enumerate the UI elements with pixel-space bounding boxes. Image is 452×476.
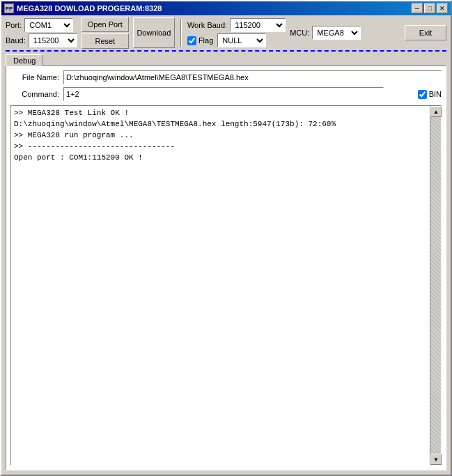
- work-baud-select[interactable]: 115200: [230, 18, 286, 32]
- content-area: File Name: Command: BIN >> MEGA328 Test …: [6, 66, 446, 470]
- debug-tab[interactable]: Debug: [6, 54, 43, 66]
- port-group: Port: COM1 Baud: 115200: [6, 18, 77, 47]
- app-icon: PP: [4, 3, 14, 13]
- output-area: >> MEGA328 Test Link OK !D:\zhuoqing\win…: [11, 106, 430, 465]
- debug-tab-label: Debug: [13, 56, 36, 65]
- title-bar: PP MEGA328 DOWLOAD PROGERAM:8328 ─ □ ✕: [1, 1, 451, 15]
- output-line: >> MEGA328 run program ...: [14, 130, 427, 141]
- separator: [180, 19, 182, 47]
- port-select[interactable]: COM1: [24, 18, 73, 32]
- bottom-margin: [1, 470, 451, 475]
- file-name-label: File Name:: [10, 73, 59, 82]
- baud-label: Baud:: [6, 36, 26, 45]
- close-button[interactable]: ✕: [437, 3, 448, 13]
- output-line: >> --------------------------------: [14, 141, 427, 152]
- command-input[interactable]: [63, 87, 384, 101]
- mcu-group: MCU: MEGA8: [290, 26, 361, 40]
- bin-checkbox-label[interactable]: BIN: [418, 90, 442, 99]
- output-wrapper: >> MEGA328 Test Link OK !D:\zhuoqing\win…: [10, 105, 442, 466]
- flag-checkbox-label[interactable]: Flag: [187, 36, 213, 45]
- scroll-down-button[interactable]: ▼: [430, 454, 442, 465]
- command-row: Command: BIN: [10, 87, 442, 101]
- work-baud-group: Work Baud: 115200 Flag NULL: [187, 18, 286, 47]
- scroll-track[interactable]: [430, 117, 441, 454]
- work-baud-label: Work Baud:: [187, 21, 227, 29]
- output-line: Open port : COM1:115200 OK !: [14, 152, 427, 163]
- flag-label: Flag: [198, 36, 213, 45]
- mcu-label: MCU:: [290, 29, 309, 37]
- restore-button[interactable]: □: [424, 3, 435, 13]
- bin-checkbox[interactable]: [418, 90, 427, 99]
- mcu-select[interactable]: MEGA8: [312, 26, 361, 40]
- vertical-scrollbar[interactable]: ▲ ▼: [430, 106, 441, 465]
- window-title: MEGA328 DOWLOAD PROGERAM:8328: [17, 4, 412, 13]
- output-line: D:\zhuoqing\window\Atmel\MEGA8\TESTMEGA8…: [14, 118, 427, 130]
- scroll-up-button[interactable]: ▲: [430, 106, 442, 117]
- port-label: Port:: [6, 21, 22, 29]
- output-line: >> MEGA328 Test Link OK !: [14, 107, 427, 118]
- exit-button[interactable]: Exit: [405, 25, 446, 40]
- null-select[interactable]: NULL: [217, 33, 266, 47]
- bin-label: BIN: [429, 90, 442, 98]
- main-window: PP MEGA328 DOWLOAD PROGERAM:8328 ─ □ ✕ P…: [0, 0, 452, 476]
- open-port-button[interactable]: Open Port: [81, 17, 129, 32]
- minimize-button[interactable]: ─: [412, 3, 423, 13]
- toolbar: Port: COM1 Baud: 115200 Open Port Reset …: [1, 15, 451, 50]
- download-button[interactable]: Download: [133, 17, 175, 48]
- file-name-row: File Name:: [10, 70, 442, 84]
- title-bar-buttons: ─ □ ✕: [412, 3, 448, 13]
- reset-button[interactable]: Reset: [81, 33, 129, 49]
- flag-checkbox[interactable]: [187, 36, 196, 45]
- baud-select[interactable]: 115200: [29, 33, 77, 47]
- command-label: Command:: [10, 90, 59, 98]
- file-name-input[interactable]: [63, 70, 442, 84]
- tab-area: Debug: [1, 52, 451, 66]
- port-buttons-group: Open Port Reset: [81, 17, 129, 49]
